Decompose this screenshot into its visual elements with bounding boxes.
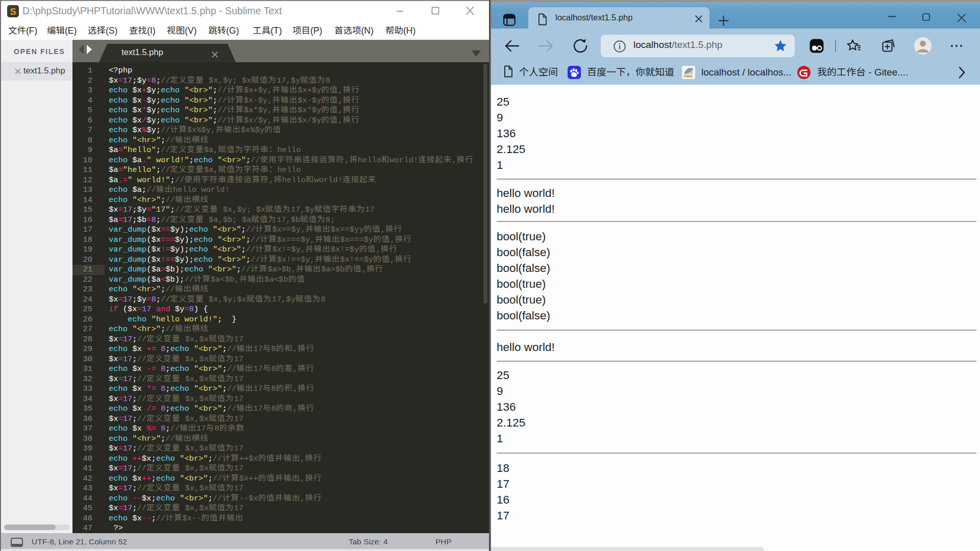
svg-text:PMA: PMA — [684, 74, 693, 79]
svg-text:S: S — [10, 7, 16, 17]
